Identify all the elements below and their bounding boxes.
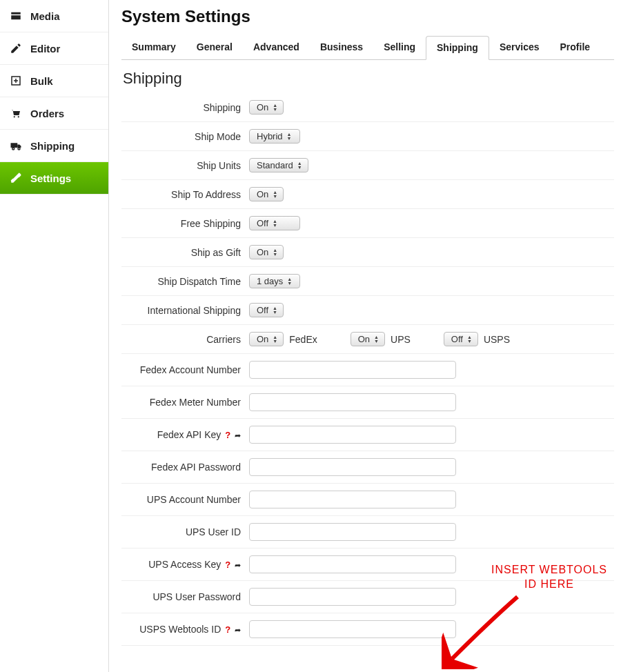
chevron-updown-icon: ▲▼ [467, 335, 472, 344]
tab-summary[interactable]: Summary [121, 36, 186, 59]
label-ship-units: Ship Units [121, 160, 249, 171]
chevron-updown-icon: ▲▼ [273, 335, 277, 344]
svg-point-8 [12, 148, 14, 150]
label-ups-user-pw: UPS User Password [121, 591, 249, 602]
tab-services[interactable]: Services [489, 36, 550, 59]
tab-business[interactable]: Business [310, 36, 373, 59]
select-ship-units[interactable]: Standard ▲▼ [249, 158, 308, 172]
help-icon[interactable]: ? [225, 430, 230, 440]
label-ship-to-address: Ship To Address [121, 189, 249, 200]
svg-point-9 [18, 148, 20, 150]
carrier-ups-label: UPS [391, 334, 411, 345]
chevron-updown-icon: ▲▼ [273, 103, 277, 112]
input-fedex-account[interactable] [249, 361, 456, 379]
chevron-updown-icon: ▲▼ [273, 306, 277, 315]
row-dispatch-time: Ship Dispatch Time 1 days ▲▼ [121, 267, 614, 296]
orders-icon [10, 107, 22, 119]
row-fedex-account: Fedex Account Number [121, 354, 614, 386]
help-icon[interactable]: ? [225, 560, 230, 570]
label-dispatch-time: Ship Dispatch Time [121, 276, 249, 287]
input-ups-user-pw[interactable] [249, 588, 456, 606]
editor-icon [10, 42, 22, 55]
select-shipping[interactable]: On ▲▼ [249, 100, 284, 115]
carrier-fedex-label: FedEx [289, 334, 317, 345]
help-arrow-icon: ➦ [235, 626, 241, 634]
chevron-updown-icon: ▲▼ [273, 248, 277, 257]
svg-rect-1 [11, 15, 21, 19]
section-heading: Shipping [123, 70, 614, 88]
select-dispatch-time[interactable]: 1 days ▲▼ [249, 274, 300, 288]
tabs: Summary General Advanced Business Sellin… [121, 36, 614, 60]
row-usps-webtools: USPS Webtools ID ? ➦ [121, 613, 614, 646]
row-ship-units: Ship Units Standard ▲▼ [121, 151, 614, 180]
sidebar-item-label: Editor [30, 43, 60, 55]
input-fedex-api-key[interactable] [249, 426, 456, 444]
input-ups-access-key[interactable] [249, 555, 456, 573]
row-fedex-api-pw: Fedex API Password [121, 451, 614, 484]
annotation-text: INSERT WEBTOOLS ID HERE [491, 563, 607, 592]
row-ups-user-id: UPS User ID [121, 516, 614, 549]
sidebar-item-media[interactable]: Media [0, 0, 108, 32]
sidebar-item-label: Bulk [30, 75, 53, 87]
input-ups-user-id[interactable] [249, 523, 456, 541]
help-arrow-icon: ➦ [235, 561, 241, 569]
tab-shipping[interactable]: Shipping [426, 36, 489, 60]
chevron-updown-icon: ▲▼ [287, 277, 292, 286]
row-fedex-meter: Fedex Meter Number [121, 386, 614, 419]
svg-point-6 [18, 116, 19, 117]
row-ship-mode: Ship Mode Hybrid ▲▼ [121, 122, 614, 151]
sidebar-item-label: Shipping [30, 140, 75, 152]
tab-general[interactable]: General [186, 36, 243, 59]
sidebar-item-label: Media [30, 10, 60, 22]
row-free-shipping: Free Shipping Off ▲▼ [121, 209, 614, 238]
media-icon [10, 10, 22, 22]
chevron-updown-icon: ▲▼ [297, 161, 302, 170]
chevron-updown-icon: ▲▼ [287, 132, 292, 141]
select-intl-shipping[interactable]: Off ▲▼ [249, 303, 284, 317]
input-fedex-api-pw[interactable] [249, 458, 456, 476]
label-usps-webtools: USPS Webtools ID [139, 624, 221, 635]
label-fedex-api-pw: Fedex API Password [121, 462, 249, 473]
row-shipping: Shipping On ▲▼ [121, 93, 614, 122]
bulk-icon [10, 75, 22, 87]
label-shipping: Shipping [121, 102, 249, 113]
sidebar-item-bulk[interactable]: Bulk [0, 65, 108, 97]
sidebar-item-label: Orders [30, 108, 64, 119]
chevron-updown-icon: ▲▼ [273, 219, 277, 228]
label-fedex-account: Fedex Account Number [121, 364, 249, 375]
select-ship-mode[interactable]: Hybrid ▲▼ [249, 129, 300, 144]
label-ups-account: UPS Account Number [121, 494, 249, 505]
sidebar-item-orders[interactable]: Orders [0, 97, 108, 130]
input-fedex-meter[interactable] [249, 393, 456, 411]
tab-advanced[interactable]: Advanced [243, 36, 310, 59]
input-ups-account[interactable] [249, 491, 456, 508]
help-arrow-icon: ➦ [235, 431, 241, 439]
sidebar-item-label: Settings [30, 172, 71, 184]
tab-selling[interactable]: Selling [373, 36, 426, 59]
chevron-updown-icon: ▲▼ [273, 190, 277, 199]
select-carrier-fedex[interactable]: On ▲▼ [249, 332, 284, 346]
row-carriers: Carriers On ▲▼ FedEx On ▲▼ [121, 325, 614, 354]
sidebar: Media Editor Bulk Orders Shipping [0, 0, 109, 672]
input-usps-webtools[interactable] [249, 620, 456, 638]
page-title: System Settings [121, 7, 614, 26]
select-free-shipping[interactable]: Off ▲▼ [249, 216, 300, 230]
shipping-icon [10, 139, 22, 152]
label-ups-user-id: UPS User ID [121, 526, 249, 537]
sidebar-item-shipping[interactable]: Shipping [0, 130, 108, 162]
label-free-shipping: Free Shipping [121, 218, 249, 229]
label-carriers: Carriers [121, 334, 249, 345]
select-carrier-usps[interactable]: Off ▲▼ [444, 332, 478, 346]
sidebar-item-editor[interactable]: Editor [0, 32, 108, 65]
carrier-usps-label: USPS [484, 334, 510, 345]
svg-rect-7 [11, 143, 18, 148]
sidebar-item-settings[interactable]: Settings [0, 162, 108, 195]
select-ship-as-gift[interactable]: On ▲▼ [249, 245, 284, 259]
label-fedex-meter: Fedex Meter Number [121, 397, 249, 408]
select-ship-to-address[interactable]: On ▲▼ [249, 187, 284, 201]
label-ups-access-key: UPS Access Key [148, 559, 221, 570]
tab-profile[interactable]: Profile [550, 36, 601, 59]
help-icon[interactable]: ? [225, 624, 230, 635]
label-intl-shipping: International Shipping [121, 305, 249, 316]
select-carrier-ups[interactable]: On ▲▼ [351, 332, 385, 346]
